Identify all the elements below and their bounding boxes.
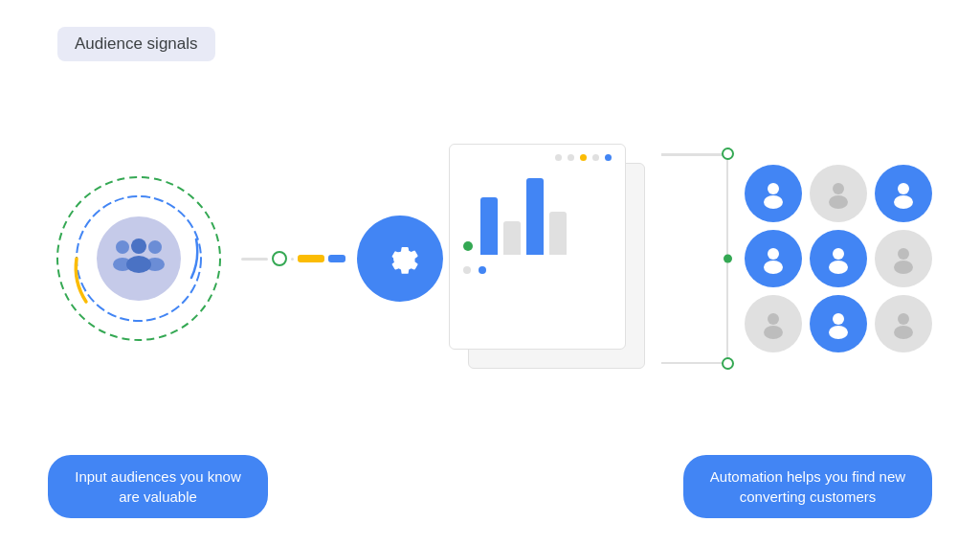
audience-section: [48, 153, 230, 364]
svg-point-25: [898, 313, 909, 325]
svg-point-10: [764, 195, 783, 209]
left-connector: [241, 251, 345, 266]
avatar-4: [745, 230, 802, 287]
audience-badge: Audience signals: [57, 27, 215, 61]
panel-footer-dots: [450, 262, 625, 278]
gear-circle: [357, 216, 443, 302]
people-icon: [113, 238, 165, 280]
bar-chart: [480, 169, 567, 255]
svg-point-8: [126, 256, 151, 273]
footer-dot-2: [479, 266, 486, 274]
label-left-text: Input audiences you know are valuable: [75, 468, 240, 505]
svg-point-11: [833, 183, 844, 194]
avatar-7: [745, 295, 802, 352]
svg-point-9: [768, 183, 779, 194]
label-right: Automation helps you find new converting…: [683, 455, 932, 518]
main-diagram: [48, 125, 932, 393]
svg-point-7: [131, 238, 146, 254]
svg-point-20: [894, 261, 913, 274]
green-dot-mid: [724, 255, 732, 263]
panel-bars: [450, 167, 625, 262]
svg-point-15: [768, 248, 779, 260]
svg-point-18: [829, 261, 848, 274]
dashboard-panel: [449, 144, 640, 374]
svg-point-5: [148, 240, 162, 254]
avatar-grid: [745, 165, 932, 352]
svg-point-22: [764, 326, 783, 339]
svg-point-19: [898, 248, 909, 260]
bar-1: [480, 197, 498, 255]
svg-point-12: [829, 195, 848, 209]
dot-3: [592, 154, 599, 161]
open-circle-top: [722, 148, 734, 160]
bar-2: [503, 221, 521, 255]
svg-point-24: [829, 326, 848, 339]
avatar-2: [810, 165, 867, 222]
gear-icon: [376, 235, 424, 283]
avatar-5: [810, 230, 867, 287]
dot-yellow: [580, 154, 587, 161]
dot-1: [555, 154, 562, 161]
panel-dots-row: [450, 145, 625, 167]
svg-point-21: [768, 313, 779, 325]
svg-point-3: [116, 240, 129, 254]
svg-point-13: [898, 183, 909, 194]
svg-point-14: [894, 195, 913, 209]
avatar-3: [875, 165, 932, 222]
green-dot: [463, 241, 473, 251]
right-connector: [661, 153, 728, 364]
open-circle-bottom: [722, 357, 734, 370]
dot-blue: [605, 154, 612, 161]
audience-badge-label: Audience signals: [75, 34, 198, 53]
label-right-text: Automation helps you find new converting…: [710, 468, 905, 505]
avatar-1: [745, 165, 802, 222]
bar-4: [549, 212, 567, 255]
avatar-9: [875, 295, 932, 352]
svg-point-26: [894, 326, 913, 339]
footer-dot-1: [463, 266, 471, 274]
avatar-8: [810, 295, 867, 352]
panel-front: [449, 144, 626, 350]
bar-3: [526, 178, 544, 255]
svg-point-16: [764, 261, 783, 274]
avatar-6: [875, 230, 932, 287]
label-left: Input audiences you know are valuable: [48, 455, 268, 518]
svg-point-23: [833, 313, 844, 325]
svg-point-17: [833, 248, 844, 260]
dot-2: [568, 154, 574, 161]
